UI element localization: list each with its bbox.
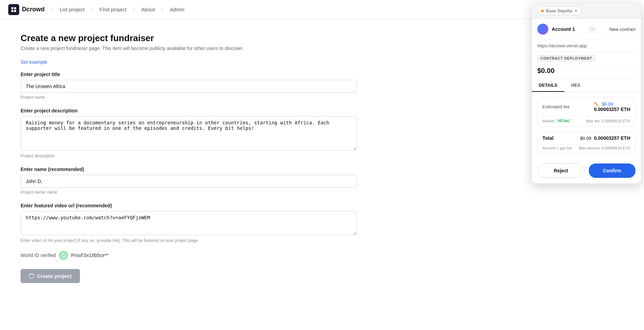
- mm-url: https://dcrowd.vercel.app: [532, 40, 641, 52]
- name-input[interactable]: [21, 175, 357, 188]
- svg-rect-0: [11, 7, 13, 9]
- total-label: Total: [542, 135, 553, 141]
- desc-group: Enter project description Raising money …: [21, 108, 357, 158]
- network-dot: [541, 10, 544, 12]
- fee-market-row: Market ~60 sec: [542, 119, 571, 123]
- confirm-button[interactable]: Confirm: [589, 163, 635, 178]
- mm-total-header: Total $0.09 0.00003257 ETH: [538, 132, 635, 144]
- mm-actions: Reject Confirm: [532, 159, 641, 183]
- network-label: Base Sepolia: [546, 8, 572, 13]
- sep3: |: [133, 7, 134, 12]
- max-amount-label: Max amount:: [579, 146, 601, 150]
- sep1: |: [51, 7, 53, 12]
- mm-header: Base Sepolia ▼: [532, 3, 641, 19]
- desc-label: Enter project description: [21, 108, 357, 113]
- mm-fee-sub: Market ~60 sec Max fee: 0.00008514 ETH: [538, 116, 635, 126]
- page-title: Create a new project fundraiser: [21, 33, 357, 44]
- desc-hint: Project description: [21, 154, 357, 158]
- max-fee-value: 0.00008514 ETH: [602, 119, 630, 123]
- mm-arrow-icon[interactable]: →: [588, 25, 596, 33]
- metamask-popup: Base Sepolia ▼ Account 1 → New contract …: [531, 3, 641, 184]
- mm-total-sub: Amount + gas fee Max amount: 0.00008514 …: [538, 144, 635, 154]
- worldid-label: World ID verified: [21, 253, 56, 258]
- contract-deployment-badge: CONTRACT DEPLOYMENT: [537, 55, 595, 62]
- mm-total-box: Total $0.09 0.00003257 ETH Amount + gas …: [537, 132, 635, 154]
- title-group: Enter project title Project name: [21, 72, 357, 100]
- video-label: Enter featured video url (recommended): [21, 203, 357, 208]
- app-name: Dcrowd: [22, 6, 45, 13]
- svg-rect-1: [14, 7, 16, 9]
- site-url: https://dcrowd.vercel.app: [537, 43, 587, 48]
- nav-find-project[interactable]: Find project: [99, 5, 126, 14]
- estimated-fee-label: Estimated fee: [542, 104, 570, 109]
- name-group: Enter name (recommended) Project owner n…: [21, 167, 357, 195]
- sep4: |: [162, 7, 163, 12]
- video-hint: Enter video url for your project (if any…: [21, 238, 357, 243]
- tx-amount: $0.00: [537, 67, 554, 74]
- mm-network-selector[interactable]: Base Sepolia ▼: [537, 7, 582, 15]
- name-label: Enter name (recommended): [21, 167, 357, 172]
- video-textarea[interactable]: https://www.youtube.com/watch?v=aeFYQFjo…: [21, 211, 357, 235]
- account-avatar: [537, 24, 548, 35]
- video-group: Enter featured video url (recommended) h…: [21, 203, 357, 243]
- total-sublabel: Amount + gas fee: [542, 146, 572, 150]
- name-hint: Project owner name: [21, 190, 357, 195]
- title-hint: Project name: [21, 95, 357, 100]
- title-label: Enter project title: [21, 72, 357, 77]
- svg-rect-3: [14, 10, 16, 12]
- set-example-link[interactable]: Set example: [21, 59, 47, 65]
- total-usd: $0.09: [580, 136, 592, 141]
- new-contract-label: New contract: [609, 27, 635, 32]
- estimated-fee-eth: 0.00003257 ETH: [594, 107, 630, 112]
- title-input[interactable]: [21, 80, 357, 93]
- reject-button[interactable]: Reject: [537, 163, 585, 178]
- edit-fee-icon[interactable]: ✏️: [594, 102, 599, 107]
- desc-textarea[interactable]: Raising money for a documentary series o…: [21, 116, 357, 150]
- app-logo: Dcrowd: [8, 4, 45, 15]
- mm-tabs: DETAILS HEX: [532, 79, 641, 92]
- mm-fee-header: Estimated fee ✏️ $0.09 0.00003257 ETH: [538, 97, 635, 116]
- mm-badge-row: CONTRACT DEPLOYMENT: [532, 52, 641, 65]
- mm-amount: $0.00: [532, 65, 641, 79]
- create-project-button[interactable]: Create project: [21, 269, 80, 283]
- estimated-fee-usd: ✏️ $0.09: [594, 101, 630, 107]
- nav-admin[interactable]: Admin: [170, 5, 185, 14]
- nav-about[interactable]: About: [141, 5, 155, 14]
- svg-rect-2: [11, 10, 13, 12]
- page-subtitle: Create a new project fundraiser page. Th…: [21, 46, 357, 51]
- network-chevron: ▼: [574, 9, 578, 13]
- logo-icon: [8, 4, 19, 15]
- account-name: Account 1: [552, 26, 575, 32]
- worldid-proof: Proof:0x18b5ce**: [71, 253, 108, 258]
- main-content: Create a new project fundraiser Create a…: [0, 19, 377, 297]
- max-fee-label: Max fee:: [586, 119, 601, 123]
- fee-market-label: Market: [542, 119, 554, 123]
- mm-account-row: Account 1 → New contract: [532, 19, 641, 40]
- loading-spinner: [29, 273, 34, 279]
- total-eth: 0.00003257 ETH: [594, 135, 630, 141]
- sep2: |: [91, 7, 93, 12]
- tab-details[interactable]: DETAILS: [532, 79, 564, 92]
- mm-fee-box: Estimated fee ✏️ $0.09 0.00003257 ETH Ma…: [537, 97, 635, 127]
- nav-list-project[interactable]: List project: [60, 5, 85, 14]
- tab-hex[interactable]: HEX: [564, 79, 587, 92]
- worldid-row: World ID verified Proof:0x18b5ce**: [21, 251, 357, 259]
- create-btn-label: Create project: [37, 273, 72, 279]
- fee-time-badge: ~60 sec: [555, 119, 571, 123]
- worldid-check-icon: [59, 251, 68, 259]
- max-fee-row: Max fee: 0.00008514 ETH: [586, 119, 630, 123]
- max-amount-row: Max amount: 0.00008514 ETH: [579, 146, 630, 150]
- max-amount-value: 0.00008514 ETH: [602, 146, 630, 150]
